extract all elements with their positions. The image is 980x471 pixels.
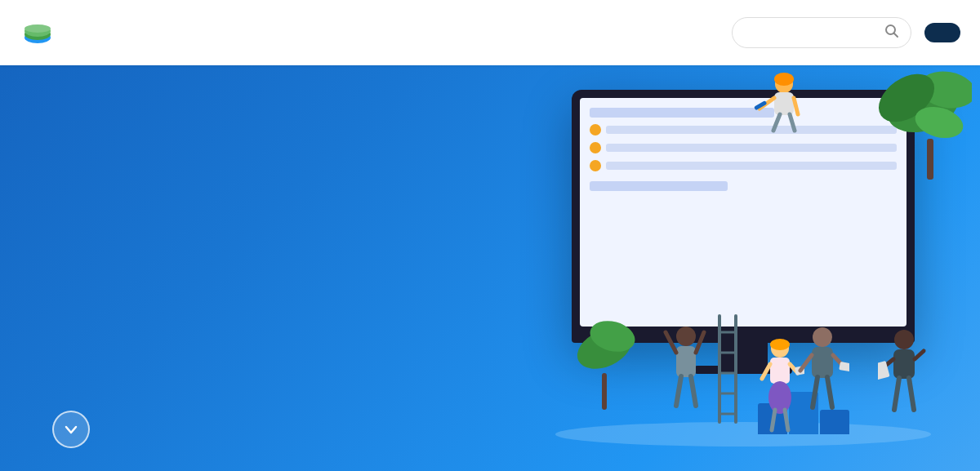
svg-point-52 — [894, 330, 914, 349]
search-icon — [884, 24, 899, 42]
google-ads-grader-button[interactable] — [924, 23, 960, 42]
hero-content — [0, 260, 52, 277]
svg-line-34 — [676, 376, 681, 406]
svg-line-32 — [666, 332, 676, 353]
logo-link[interactable] — [20, 15, 64, 51]
svg-rect-49 — [839, 362, 849, 371]
svg-line-50 — [813, 377, 817, 407]
figure-top-monitor — [739, 69, 804, 143]
svg-line-51 — [827, 377, 832, 407]
screen-dot-3 — [590, 160, 601, 171]
svg-point-37 — [770, 339, 790, 350]
hero-illustration — [474, 65, 980, 471]
svg-line-43 — [772, 410, 775, 430]
svg-point-30 — [676, 327, 696, 346]
ground-shadow — [555, 422, 931, 447]
hero-section — [0, 65, 980, 471]
plant-top-right — [841, 65, 972, 204]
screen-dot-2 — [590, 142, 601, 153]
svg-line-44 — [785, 410, 788, 430]
svg-line-35 — [691, 376, 696, 406]
plant-left — [564, 308, 645, 422]
svg-rect-46 — [812, 347, 833, 378]
svg-line-27 — [773, 114, 780, 131]
svg-line-56 — [915, 351, 924, 359]
svg-line-47 — [800, 355, 812, 371]
svg-point-23 — [774, 73, 794, 86]
screen-bar-2 — [590, 181, 728, 191]
scroll-down-button[interactable] — [52, 411, 90, 448]
figure-center-man — [796, 326, 849, 432]
wordstream-logo-icon — [20, 15, 56, 51]
screen-dot-1 — [590, 124, 601, 136]
svg-line-58 — [909, 378, 914, 410]
figure-arms-up — [662, 324, 710, 430]
svg-point-4 — [24, 24, 51, 33]
search-bar — [732, 17, 911, 48]
figure-right-woman — [878, 328, 931, 434]
svg-rect-11 — [927, 139, 933, 180]
search-input[interactable] — [744, 26, 880, 39]
svg-line-26 — [794, 98, 798, 114]
svg-rect-14 — [602, 373, 607, 410]
svg-rect-53 — [893, 349, 915, 379]
svg-rect-31 — [676, 346, 696, 377]
svg-line-6 — [894, 33, 898, 38]
svg-line-28 — [790, 114, 795, 131]
svg-line-33 — [696, 332, 704, 353]
ladder — [716, 312, 739, 426]
svg-point-45 — [813, 327, 832, 347]
svg-rect-24 — [774, 92, 794, 115]
site-header — [0, 0, 980, 65]
svg-rect-38 — [770, 358, 790, 384]
svg-line-57 — [894, 378, 899, 410]
svg-line-39 — [762, 364, 770, 379]
svg-point-42 — [768, 381, 791, 414]
